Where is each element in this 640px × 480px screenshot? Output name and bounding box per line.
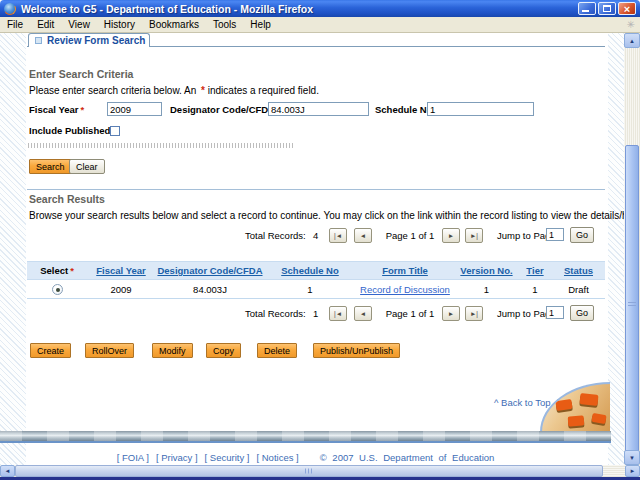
column-header-form-title[interactable]: Form Title [355,265,455,276]
total-records-label: Total Records: [245,230,306,241]
cell-version-no: 1 [455,284,518,295]
cell-tier: 1 [518,284,552,295]
scroll-down-button[interactable]: ▼ [624,450,640,465]
scroll-up-button[interactable]: ▲ [624,33,640,48]
menu-bookmarks[interactable]: Bookmarks [142,18,206,31]
page-indicator: Page 1 of 1 [378,230,442,241]
titlebar: Welcome to G5 - Department of Education … [0,0,640,17]
schedule-no-input[interactable] [427,102,534,116]
cell-status: Draft [552,284,605,295]
column-header-designator[interactable]: Designator Code/CFDA [155,265,265,276]
column-header-fiscal-year[interactable]: Fiscal Year [87,265,155,276]
go-button[interactable]: Go [570,305,594,321]
next-page-button[interactable]: ► [442,228,460,243]
cell-schedule-no: 1 [265,284,355,295]
pagination-bottom: Total Records: 1 |◄ ◄ Page 1 of 1 ► ►| J… [0,305,624,323]
jump-to-page-input[interactable] [546,306,564,319]
delete-button[interactable]: Delete [257,343,297,358]
copyright-text: © 2007 U.S. Department of Education [320,452,495,463]
last-page-button[interactable]: ►| [465,228,483,243]
pagination-top: Total Records: 4 |◄ ◄ Page 1 of 1 ► ►| J… [0,227,624,245]
menu-history[interactable]: History [97,18,142,31]
firefox-icon [4,3,16,15]
fiscal-year-label: Fiscal Year* [29,104,84,115]
table-row: 2009 84.003J 1 Record of Discussion 1 1 … [27,280,605,299]
results-instructions: Browse your search results below and sel… [29,210,624,221]
results-heading: Search Results [29,193,105,205]
column-header-tier[interactable]: Tier [518,265,552,276]
go-button[interactable]: Go [570,227,594,243]
include-published-checkbox[interactable] [110,126,120,136]
page-content: Review Form Search Enter Search Criteria… [0,33,624,465]
publish-unpublish-button[interactable]: Publish/UnPublish [313,343,400,358]
menu-help[interactable]: Help [243,18,278,31]
fiscal-year-required-asterisk: * [78,104,84,115]
menu-tools[interactable]: Tools [206,18,243,31]
total-records-value: 4 [313,230,318,241]
horizontal-scrollbar[interactable]: ◄ ► [0,465,640,477]
chairs-photo [540,382,610,432]
total-records-label: Total Records: [245,308,306,319]
results-table-header: Select* Fiscal Year Designator Code/CFDA… [27,261,605,280]
chair-shape [591,413,606,424]
window-title: Welcome to G5 - Department of Education … [16,3,578,15]
tab-review-form-search[interactable]: Review Form Search [28,33,150,47]
menu-edit[interactable]: Edit [30,18,61,31]
column-header-status[interactable]: Status [552,265,605,276]
next-page-button[interactable]: ► [442,306,460,321]
scroll-right-button[interactable]: ► [625,465,640,477]
chair-shape [568,415,585,426]
criteria-instructions-text2: indicates a required field. [205,85,319,96]
select-required-asterisk: * [68,265,74,276]
criteria-instructions-text: Please enter search criteria below. An [29,85,199,96]
tab-label: Review Form Search [47,35,145,46]
menu-view[interactable]: View [61,18,97,31]
criteria-heading: Enter Search Criteria [29,68,133,80]
prev-page-button[interactable]: ◄ [354,306,372,321]
dotted-divider [27,143,295,148]
create-button[interactable]: Create [30,343,71,358]
restore-button[interactable] [598,2,616,15]
clear-button[interactable]: Clear [69,159,105,174]
radio-dot-icon [56,288,60,292]
prev-page-button[interactable]: ◄ [354,228,372,243]
first-page-button[interactable]: |◄ [329,228,347,243]
first-page-button[interactable]: |◄ [329,306,347,321]
security-link[interactable]: [ Security ] [205,452,250,463]
firefox-window: Welcome to G5 - Department of Education … [0,0,640,480]
jump-to-page-input[interactable] [546,228,564,241]
minimize-button[interactable] [578,2,596,15]
close-button[interactable]: × [618,2,636,15]
criteria-instructions: Please enter search criteria below. An *… [29,85,319,96]
designator-code-label: Designator Code/CFDA [170,104,275,115]
rollover-button[interactable]: RollOver [85,343,134,358]
designator-code-input[interactable] [268,102,369,116]
copy-button[interactable]: Copy [206,343,241,358]
vertical-scroll-thumb[interactable] [625,145,639,465]
chair-shape [579,393,598,406]
select-radio[interactable] [52,284,63,295]
column-header-schedule-no[interactable]: Schedule No [265,265,355,276]
fiscal-year-input[interactable] [107,102,162,116]
scroll-left-button[interactable]: ◄ [0,465,15,477]
menu-file[interactable]: File [0,18,30,31]
results-divider [27,189,605,190]
last-page-button[interactable]: ►| [465,306,483,321]
column-header-version-no[interactable]: Version No. [455,265,518,276]
include-published-label: Include Published [29,125,110,136]
privacy-link[interactable]: [ Privacy ] [156,452,198,463]
notices-link[interactable]: [ Notices ] [256,452,298,463]
search-button[interactable]: Search [29,159,72,174]
restore-icon [603,5,611,12]
back-to-top-link[interactable]: ^ Back to Top [494,397,551,408]
modify-button[interactable]: Modify [152,343,193,358]
horizontal-scroll-thumb[interactable] [15,465,603,477]
form-title-link[interactable]: Record of Discussion [360,284,450,295]
action-buttons: Create RollOver Modify Copy Delete Publi… [0,343,624,360]
chair-shape [555,399,572,411]
total-records-value: 1 [313,308,318,319]
vertical-scrollbar[interactable]: ▲ ▼ [624,33,640,465]
foia-link[interactable]: [ FOIA ] [117,452,149,463]
throbber-icon: ✳ [627,19,635,30]
schedule-no-label: Schedule No [375,104,433,115]
